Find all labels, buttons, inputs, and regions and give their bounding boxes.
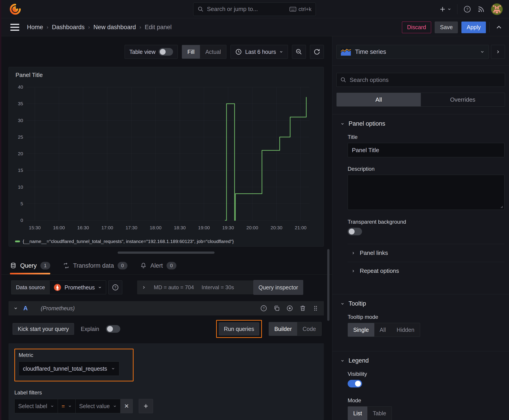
legend-series-label[interactable]: {__name__="cloudflared_tunnel_total_requ… — [23, 239, 234, 244]
breadcrumb-bar: Home › Dashboards › New dashboard › Edit… — [0, 18, 509, 36]
repeat-options-row[interactable]: Repeat options — [348, 262, 504, 280]
legend-mode-table[interactable]: Table — [367, 406, 392, 420]
panel-title: Panel Title — [12, 70, 320, 79]
legend-header[interactable]: Legend — [337, 351, 504, 366]
global-search-input[interactable] — [207, 6, 286, 13]
save-button[interactable]: Save — [435, 22, 458, 33]
tooltip-single-option[interactable]: Single — [348, 323, 374, 337]
select-label-placeholder: Select label — [18, 403, 47, 409]
svg-text:40: 40 — [18, 84, 23, 90]
drag-handle-icon[interactable] — [312, 305, 319, 312]
select-value-dropdown[interactable]: Select value — [76, 399, 121, 413]
chevron-down-icon — [50, 404, 54, 408]
code-option[interactable]: Code — [297, 322, 321, 336]
legend-visibility-toggle[interactable] — [348, 380, 362, 388]
disable-query-icon[interactable] — [286, 305, 293, 312]
breadcrumb-dashboards[interactable]: Dashboards — [52, 24, 85, 31]
query-inspector-button[interactable]: Query inspector — [253, 280, 303, 295]
datasource-label: Data source — [11, 280, 49, 294]
chevron-down-icon[interactable] — [14, 306, 18, 310]
panel-resize-handle[interactable] — [118, 252, 214, 254]
legend-title: Legend — [349, 357, 369, 364]
apply-button[interactable]: Apply — [461, 22, 486, 33]
clock-icon — [235, 48, 242, 55]
datasource-help-button[interactable]: ? — [108, 280, 122, 294]
global-search[interactable]: ctrl+k — [193, 2, 316, 16]
table-view-toggle[interactable] — [159, 48, 173, 56]
svg-text:18:00: 18:00 — [150, 225, 162, 230]
query-row-header[interactable]: A (Prometheus) ? — [8, 301, 324, 315]
metric-select[interactable]: cloudflared_tunnel_total_requests — [19, 361, 119, 376]
zoom-out-button[interactable] — [292, 45, 306, 59]
tooltip-hidden-option[interactable]: Hidden — [391, 323, 420, 337]
panel-links-row[interactable]: Panel links — [348, 244, 504, 262]
delete-query-icon[interactable] — [299, 305, 306, 312]
options-filter-tabs: All Overrides — [336, 93, 505, 106]
description-textarea[interactable] — [348, 175, 504, 210]
breadcrumb-new-dashboard[interactable]: New dashboard — [93, 24, 136, 31]
tab-transform-data[interactable]: Transform data 0 — [63, 262, 128, 274]
help-button[interactable]: ? — [463, 5, 471, 13]
collapse-header-button[interactable] — [495, 24, 502, 31]
add-filter-button[interactable] — [139, 399, 153, 413]
panel-title-input[interactable] — [348, 143, 504, 157]
time-range-picker[interactable]: Last 6 hours — [230, 45, 288, 59]
options-sidebar: Time series All Overrides — [332, 36, 509, 420]
run-queries-button[interactable]: Run queries — [219, 322, 259, 335]
remove-filter-button[interactable]: ✕ — [121, 399, 133, 413]
duplicate-query-icon[interactable] — [273, 305, 280, 312]
svg-text:25: 25 — [18, 134, 23, 140]
tab-overrides[interactable]: Overrides — [421, 93, 505, 106]
menu-toggle-icon[interactable] — [10, 23, 21, 32]
label-filter-row: Select label = Select value — [14, 399, 318, 413]
chevron-right-icon[interactable] — [142, 285, 146, 290]
visualization-picker[interactable]: Time series — [336, 45, 489, 59]
svg-text:16:30: 16:30 — [77, 225, 89, 230]
table-view-control: Table view — [125, 45, 178, 59]
transparent-background-toggle[interactable] — [348, 228, 362, 235]
tooltip-header[interactable]: Tooltip — [337, 294, 504, 309]
plus-icon — [439, 6, 446, 13]
select-label-dropdown[interactable]: Select label — [14, 399, 58, 413]
chevron-down-icon — [279, 50, 283, 54]
tab-query[interactable]: Query 1 — [10, 262, 50, 274]
datasource-picker[interactable]: Prometheus — [49, 280, 106, 294]
discard-button[interactable]: Discard — [402, 22, 431, 33]
refresh-button[interactable] — [310, 45, 324, 59]
repeat-options-label: Repeat options — [360, 267, 399, 274]
query-help-icon[interactable]: ? — [260, 305, 267, 312]
options-search[interactable] — [336, 73, 505, 87]
svg-text:?: ? — [263, 307, 265, 310]
tooltip-all-option[interactable]: All — [374, 323, 391, 337]
panel-options-header[interactable]: Panel options — [337, 114, 504, 129]
kick-start-button[interactable]: Kick start your query — [13, 323, 74, 335]
news-button[interactable] — [477, 5, 485, 13]
actual-option[interactable]: Actual — [200, 45, 226, 59]
collapse-options-button[interactable] — [491, 45, 505, 59]
scrollbar-thumb[interactable] — [327, 249, 329, 321]
metric-value: cloudflared_tunnel_total_requests — [23, 366, 107, 372]
time-series-chart[interactable]: 051015202530354015:3016:0016:3017:0017:3… — [12, 81, 320, 236]
options-search-input[interactable] — [350, 76, 501, 83]
fill-option[interactable]: Fill — [182, 45, 200, 59]
resize-handle-icon[interactable] — [500, 205, 503, 209]
breadcrumb-home[interactable]: Home — [27, 24, 43, 31]
legend-mode-list[interactable]: List — [348, 406, 367, 420]
query-editor-card: A (Prometheus) ? — [8, 301, 324, 420]
query-datasource-name: (Prometheus) — [41, 305, 75, 312]
svg-text:19:00: 19:00 — [198, 225, 210, 230]
tab-alert[interactable]: Alert 0 — [140, 262, 176, 274]
operator-dropdown[interactable]: = — [58, 399, 76, 413]
tab-transform-label: Transform data — [73, 262, 114, 269]
description-label: Description — [348, 166, 504, 172]
add-button[interactable] — [439, 6, 451, 13]
bell-icon — [140, 262, 147, 269]
builder-option[interactable]: Builder — [269, 322, 297, 336]
grafana-logo-icon[interactable] — [9, 3, 21, 15]
label-filters-label: Label filters — [14, 390, 318, 396]
keyboard-icon — [289, 7, 296, 12]
explain-toggle[interactable] — [106, 325, 120, 333]
tab-all[interactable]: All — [337, 93, 421, 106]
plus-icon — [143, 403, 149, 409]
avatar[interactable] — [491, 3, 503, 15]
